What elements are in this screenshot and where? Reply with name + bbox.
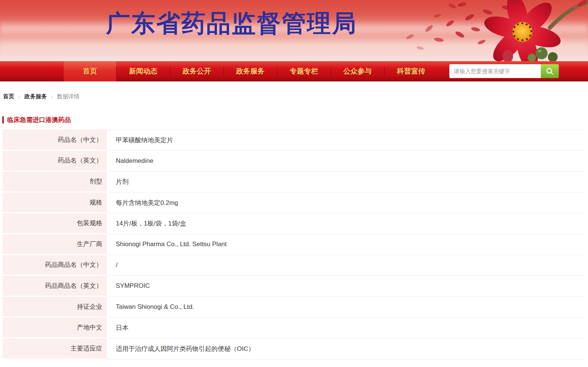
nav-spacer	[0, 61, 64, 81]
breadcrumb-home[interactable]: 首页	[3, 93, 14, 100]
nav-item-public-participation[interactable]: 公众参与	[331, 61, 384, 81]
search-icon	[545, 67, 554, 76]
row-value: 甲苯磺酸纳地美定片	[107, 130, 585, 151]
row-label: 持证企业	[3, 297, 107, 318]
row-label: 产地中文	[3, 317, 107, 338]
row-value: 每片含纳地美定0.2mg	[107, 193, 585, 214]
search-bar	[449, 64, 559, 78]
search-input[interactable]	[449, 64, 541, 78]
row-label: 药品商品名（英文）	[3, 276, 107, 297]
search-button[interactable]	[541, 64, 559, 78]
row-label: 包装规格	[3, 213, 107, 234]
row-label: 药品名（英文）	[3, 151, 107, 172]
site-banner: 广东省药品监督管理局	[0, 0, 588, 61]
row-value: 日本	[107, 317, 585, 338]
page: 广东省药品监督管理局 首页 新闻动态 政务公开 政务服务 专题专栏 公众参与 科…	[0, 0, 588, 359]
row-label: 剂型	[3, 171, 107, 193]
table-row: 生产厂商 Shionogi Pharma Co., Ltd. Settsu Pl…	[3, 234, 585, 255]
table-row: 药品商品名（英文） SYMPROIC	[3, 276, 585, 297]
row-label: 主要适应症	[3, 338, 107, 359]
breadcrumb: 首页 › 政务服务 › 数据详情	[3, 93, 588, 100]
table-row: 药品商品名（中文） /	[3, 255, 585, 276]
row-value: 14片/板，1板/袋，1袋/盒	[107, 213, 585, 234]
chevron-right-icon: ›	[18, 93, 20, 100]
table-row: 药品名（英文） Naldemedine	[3, 151, 585, 172]
table-row: 产地中文 日本	[3, 317, 585, 338]
table-row: 主要适应症 适用于治疗成人因阿片类药物引起的便秘（OIC）	[3, 338, 585, 359]
table-row: 药品名（中文） 甲苯磺酸纳地美定片	[3, 130, 585, 151]
section-title: 临床急需进口港澳药品	[7, 116, 71, 124]
row-value: SYMPROIC	[107, 276, 585, 297]
row-value: /	[107, 255, 585, 276]
section-header: 临床急需进口港澳药品	[2, 116, 588, 124]
table-row: 规格 每片含纳地美定0.2mg	[3, 193, 585, 214]
row-value: Taiwan Shionogi & Co., Ltd.	[107, 297, 585, 318]
row-value: Naldemedine	[107, 151, 585, 172]
row-value: 片剂	[107, 171, 585, 193]
row-label: 药品商品名（中文）	[3, 255, 107, 276]
drug-detail-table: 药品名（中文） 甲苯磺酸纳地美定片 药品名（英文） Naldemedine 剂型…	[3, 129, 585, 359]
nav-item-gov-services[interactable]: 政务服务	[224, 61, 277, 81]
breadcrumb-gov-services[interactable]: 政务服务	[24, 93, 47, 100]
main-nav: 首页 新闻动态 政务公开 政务服务 专题专栏 公众参与 科普宣传	[0, 61, 588, 81]
nav-item-science-outreach[interactable]: 科普宣传	[385, 61, 438, 81]
row-value: Shionogi Pharma Co., Ltd. Settsu Plant	[107, 234, 585, 255]
chevron-right-icon: ›	[51, 93, 53, 100]
kapok-flower-illustration	[393, 0, 588, 61]
nav-item-news[interactable]: 新闻动态	[117, 61, 170, 81]
table-row: 包装规格 14片/板，1板/袋，1袋/盒	[3, 213, 585, 234]
section-accent-bar	[2, 116, 4, 123]
table-row: 剂型 片剂	[3, 171, 585, 193]
row-label: 生产厂商	[3, 234, 107, 255]
row-label: 规格	[3, 193, 107, 214]
site-title: 广东省药品监督管理局	[106, 10, 357, 38]
nav-item-home[interactable]: 首页	[64, 61, 116, 81]
row-label: 药品名（中文）	[3, 130, 107, 151]
table-row: 持证企业 Taiwan Shionogi & Co., Ltd.	[3, 297, 585, 318]
row-value: 适用于治疗成人因阿片类药物引起的便秘（OIC）	[107, 338, 585, 359]
breadcrumb-current-page: 数据详情	[57, 93, 79, 100]
nav-item-gov-disclosure[interactable]: 政务公开	[170, 61, 223, 81]
nav-item-special-topics[interactable]: 专题专栏	[277, 61, 331, 81]
